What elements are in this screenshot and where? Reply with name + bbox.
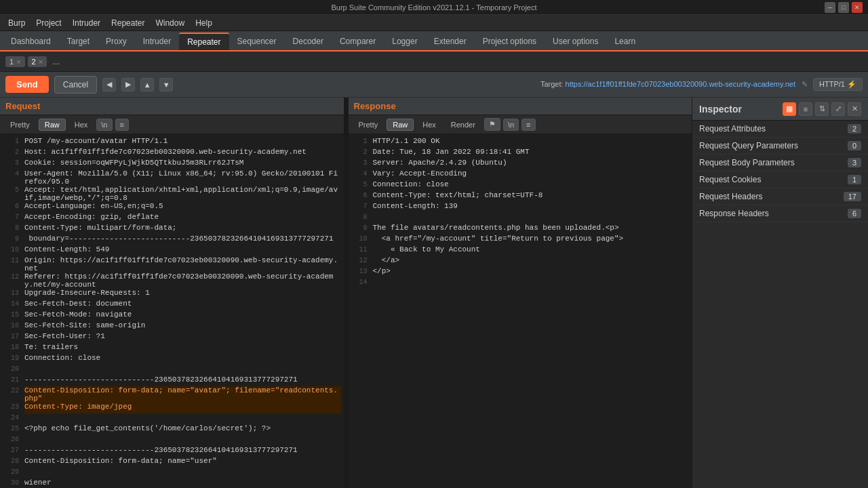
edit-target-icon[interactable]: ✎: [802, 80, 808, 88]
inspector-row[interactable]: Request Body Parameters3: [692, 155, 868, 171]
response-line: 5Connection: close: [349, 180, 692, 191]
request-tab-settings[interactable]: ≡: [115, 119, 129, 131]
menu-item-burp[interactable]: Burp: [3, 17, 31, 29]
inspector-row[interactable]: Request Cookies1: [692, 171, 868, 188]
request-line: 13Upgrade-Insecure-Requests: 1: [0, 289, 344, 300]
response-line: 8: [349, 213, 692, 224]
response-line: 12 </a>: [349, 256, 692, 267]
request-line: 26: [0, 435, 344, 446]
request-line: 30wiener: [0, 479, 344, 488]
target-label: Target:: [540, 80, 566, 88]
response-line: 14: [349, 278, 692, 289]
title-bar: Burp Suite Community Edition v2021.12.1 …: [0, 0, 868, 15]
response-tab-hex[interactable]: Hex: [416, 119, 442, 131]
response-header: Response: [349, 98, 692, 115]
request-line: 14Sec-Fetch-Dest: document: [0, 300, 344, 310]
inspector-row[interactable]: Request Query Parameters0: [692, 138, 868, 155]
request-line: 20: [0, 365, 344, 375]
nav-tab-sequencer[interactable]: Sequencer: [229, 33, 285, 50]
request-line: 18Te: trailers: [0, 343, 344, 354]
response-line: 9The file avatars/readcontents.php has b…: [349, 224, 692, 235]
inspector-row[interactable]: Request Headers17: [692, 188, 868, 205]
inspector-close-btn[interactable]: ✕: [848, 102, 861, 116]
nav-tab-dashboard[interactable]: Dashboard: [3, 33, 59, 50]
nav-tab-decoder[interactable]: Decoder: [285, 33, 332, 50]
inspector-sort-btn[interactable]: ⇅: [815, 102, 829, 116]
nav-tab-intruder[interactable]: Intruder: [135, 33, 179, 50]
menu-item-window[interactable]: Window: [150, 17, 190, 29]
request-tabs-more[interactable]: ...: [52, 56, 60, 66]
nav-tab-repeater[interactable]: Repeater: [179, 33, 229, 50]
nav-tab-logger[interactable]: Logger: [384, 33, 425, 50]
close-button[interactable]: ✕: [852, 2, 863, 13]
inspector-rows: Request Attributes2Request Query Paramet…: [692, 121, 868, 222]
response-tab-raw[interactable]: Raw: [387, 119, 414, 131]
toolbar: Send Cancel ◀ ▶ ▲ ▼ Target: https://ac1f…: [0, 72, 868, 98]
response-line: 4Vary: Accept-Encoding: [349, 169, 692, 180]
inspector-view-btn-1[interactable]: ▦: [783, 102, 796, 116]
inspector-row[interactable]: Response Headers6: [692, 205, 868, 222]
inspector-header: Inspector ▦ ≡ ⇅ ⤢ ✕: [692, 98, 868, 121]
menu-item-intruder[interactable]: Intruder: [67, 17, 106, 29]
response-tab-pretty[interactable]: Pretty: [353, 119, 384, 131]
request-line: 25<?php echo file_get_contents('/home/ca…: [0, 424, 344, 435]
response-tab-settings[interactable]: ≡: [521, 119, 535, 131]
maximize-button[interactable]: □: [838, 2, 849, 13]
request-content[interactable]: 1POST /my-account/avatar HTTP/1.12Host: …: [0, 134, 344, 488]
response-line: 2Date: Tue, 18 Jan 2022 09:18:41 GMT: [349, 148, 692, 159]
inspector-title: Inspector: [699, 104, 783, 115]
send-button[interactable]: Send: [5, 76, 49, 93]
menu-bar: BurpProjectIntruderRepeaterWindowHelp: [0, 15, 868, 31]
prev-arrow[interactable]: ◀: [102, 78, 116, 92]
nav-tab-target[interactable]: Target: [59, 33, 98, 50]
request-header: Request: [0, 98, 344, 115]
request-line: 7Accept-Encoding: gzip, deflate: [0, 213, 344, 224]
nav-tab-user-options[interactable]: User options: [545, 33, 606, 50]
request-line: 4User-Agent: Mozilla/5.0 (X11; Linux x86…: [0, 169, 344, 186]
minimize-button[interactable]: ─: [825, 2, 835, 13]
panels: Request Pretty Raw Hex \n ≡ 1POST /my-ac…: [0, 98, 692, 488]
request-tab-newline[interactable]: \n: [96, 119, 112, 131]
nav-tab-comparer[interactable]: Comparer: [332, 33, 384, 50]
response-content[interactable]: 1HTTP/1.1 200 OK2Date: Tue, 18 Jan 2022 …: [349, 134, 692, 488]
request-tab-hex[interactable]: Hex: [68, 119, 94, 131]
request-panel-tabs: Pretty Raw Hex \n ≡: [0, 115, 344, 134]
nav-tab-project-options[interactable]: Project options: [475, 33, 545, 50]
request-tab-raw[interactable]: Raw: [39, 119, 66, 131]
cancel-button[interactable]: Cancel: [54, 76, 97, 94]
response-line: 11 « Back to My Account: [349, 245, 692, 256]
inspector-controls: ▦ ≡ ⇅ ⤢ ✕: [783, 102, 861, 116]
nav-tabs: DashboardTargetProxyIntruderRepeaterSequ…: [0, 31, 868, 52]
menu-item-repeater[interactable]: Repeater: [106, 17, 150, 29]
response-tab-newline[interactable]: \n: [503, 119, 519, 131]
request-line: 16Sec-Fetch-Site: same-origin: [0, 321, 344, 332]
up-arrow[interactable]: ▲: [140, 78, 154, 92]
nav-tab-extender[interactable]: Extender: [426, 33, 475, 50]
response-tab-icon1[interactable]: ⚑: [484, 118, 500, 131]
nav-tab-learn[interactable]: Learn: [606, 33, 644, 50]
inspector-view-btn-2[interactable]: ≡: [799, 102, 812, 116]
response-tab-render[interactable]: Render: [445, 119, 481, 131]
inspector-row[interactable]: Request Attributes2: [692, 121, 868, 138]
next-arrow[interactable]: ▶: [121, 78, 135, 92]
inspector-expand-btn[interactable]: ⤢: [831, 102, 845, 116]
menu-item-project[interactable]: Project: [31, 17, 66, 29]
request-line: 12Referer: https://ac1f1ff01ff1fde7c0702…: [0, 272, 344, 289]
request-tab-2[interactable]: 2×: [28, 56, 47, 67]
menu-item-help[interactable]: Help: [190, 17, 218, 29]
down-arrow[interactable]: ▼: [159, 78, 173, 92]
request-tab-pretty[interactable]: Pretty: [4, 119, 36, 131]
request-tab-1[interactable]: 1×: [5, 56, 25, 67]
request-line: 1POST /my-account/avatar HTTP/1.1: [0, 137, 344, 148]
http-version-selector[interactable]: HTTP/1 ⚡: [813, 78, 863, 91]
request-line: 3Cookie: session=oqWFPyLjWjkD5QTtkbuJ5m3…: [0, 159, 344, 169]
request-line: 8Content-Type: multipart/form-data;: [0, 224, 344, 235]
nav-tab-proxy[interactable]: Proxy: [98, 33, 135, 50]
window-controls[interactable]: ─ □ ✕: [825, 2, 863, 13]
main-area: Request Pretty Raw Hex \n ≡ 1POST /my-ac…: [0, 98, 868, 488]
request-line: 11Origin: https://ac1f1ff01ff1fde7c07023…: [0, 256, 344, 272]
request-line: 23Content-Type: image/jpeg: [0, 403, 344, 413]
request-line: 29: [0, 468, 344, 479]
request-line: 28Content-Disposition: form-data; name="…: [0, 457, 344, 468]
response-line: 7Content-Length: 139: [349, 202, 692, 213]
